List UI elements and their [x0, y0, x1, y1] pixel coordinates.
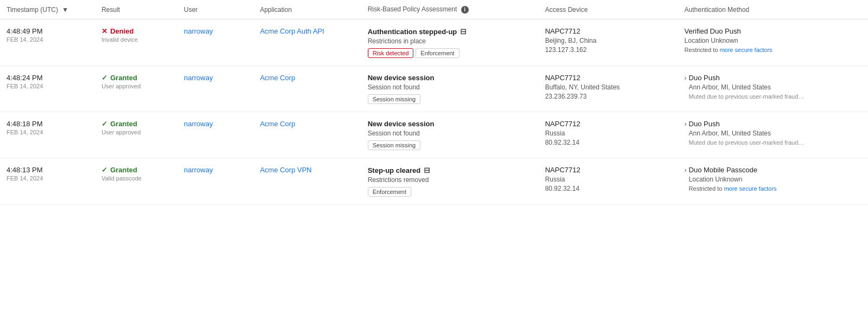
result-label: Granted: [110, 166, 137, 174]
device-location: Russia: [545, 130, 672, 137]
user-link[interactable]: narroway: [184, 120, 213, 128]
policy-info-icon[interactable]: i: [461, 6, 469, 14]
col-header-device: Access Device: [539, 0, 678, 20]
timestamp-date: FEB 14, 2024: [7, 129, 88, 135]
auth-restricted: Restricted to more secure factors: [685, 47, 773, 53]
cell-user: narroway: [177, 158, 253, 205]
cell-auth: › Duo Push Ann Arbor, MI, United States …: [678, 112, 868, 158]
policy-badge: Enforcement: [416, 48, 459, 58]
policy-sub: Restrictions in place: [368, 37, 532, 45]
policy-sub: Session not found: [368, 83, 532, 91]
denied-x-icon: ✕: [101, 27, 107, 35]
auth-method: › Duo Push Ann Arbor, MI, United States …: [685, 120, 861, 146]
application-link[interactable]: Acme Corp: [260, 74, 295, 82]
policy-title: New device session: [368, 74, 532, 82]
auth-note: Muted due to previous user-marked fraud…: [689, 139, 805, 146]
cell-result: ✓ Granted User approved: [95, 112, 177, 158]
result-label: Denied: [110, 27, 133, 35]
granted-check-icon: ✓: [101, 166, 107, 174]
result-sub: Invalid device: [101, 36, 171, 43]
policy-badges: Enforcement: [368, 184, 532, 197]
auth-name: Duo Mobile Passcode: [689, 166, 777, 174]
cell-device: NAPC7712 Beijing, BJ, China 123.127.3.16…: [539, 20, 678, 66]
table-row: 4:48:13 PM FEB 14, 2024 ✓ Granted Valid …: [0, 158, 868, 205]
cell-timestamp: 4:48:24 PM FEB 14, 2024: [0, 66, 95, 112]
cell-timestamp: 4:48:13 PM FEB 14, 2024: [0, 158, 95, 205]
col-header-auth: Authentication Method: [678, 0, 868, 20]
cell-result: ✕ Denied Invalid device: [95, 20, 177, 66]
policy-badge: Session missing: [368, 140, 420, 150]
cell-application: Acme Corp: [253, 66, 361, 112]
col-header-timestamp[interactable]: Timestamp (UTC) ▼: [0, 0, 95, 20]
cell-auth: › Duo Mobile Passcode Location Unknown R…: [678, 158, 868, 205]
timestamp-date: FEB 14, 2024: [7, 83, 88, 89]
auth-location: Location Unknown: [685, 37, 773, 44]
cell-application: Acme Corp: [253, 112, 361, 158]
auth-restricted: Restricted to more secure factors: [689, 185, 777, 192]
authentication-log-table: Timestamp (UTC) ▼ Result User Applicatio…: [0, 0, 868, 205]
auth-method: › Duo Push Ann Arbor, MI, United States …: [685, 74, 861, 100]
application-link[interactable]: Acme Corp: [260, 120, 295, 128]
device-name: NAPC7712: [545, 166, 672, 174]
application-link[interactable]: Acme Corp VPN: [260, 166, 311, 174]
cell-auth: Verified Duo Push Location Unknown Restr…: [678, 20, 868, 66]
result-sub: User approved: [101, 129, 171, 135]
cell-user: narroway: [177, 112, 253, 158]
auth-method: Verified Duo Push Location Unknown Restr…: [685, 27, 861, 53]
cell-application: Acme Corp Auth API: [253, 20, 361, 66]
user-link[interactable]: narroway: [184, 166, 213, 174]
device-name: NAPC7712: [545, 74, 672, 82]
device-location: Russia: [545, 176, 672, 183]
user-link[interactable]: narroway: [184, 27, 213, 35]
device-ip: 23.236.239.73: [545, 93, 672, 100]
user-link[interactable]: narroway: [184, 74, 213, 82]
monitor-icon: ⊟: [424, 166, 430, 174]
auth-note: Muted due to previous user-marked fraud…: [689, 93, 805, 100]
cell-user: narroway: [177, 66, 253, 112]
policy-badges: Session missing: [368, 91, 532, 104]
auth-chevron-icon: ›: [685, 166, 687, 174]
application-link[interactable]: Acme Corp Auth API: [260, 27, 324, 35]
policy-title: Step-up cleared ⊟: [368, 166, 532, 174]
auth-location: Ann Arbor, MI, United States: [689, 130, 805, 137]
table-row: 4:48:49 PM FEB 14, 2024 ✕ Denied Invalid…: [0, 20, 868, 66]
result-label: Granted: [110, 74, 137, 82]
auth-name: Duo Push: [689, 120, 805, 128]
granted-check-icon: ✓: [101, 120, 107, 128]
result-label: Granted: [110, 120, 137, 128]
policy-title: Authentication stepped-up ⊟: [368, 27, 532, 36]
cell-timestamp: 4:48:18 PM FEB 14, 2024: [0, 112, 95, 158]
cell-result: ✓ Granted Valid passcode: [95, 158, 177, 205]
timestamp-date: FEB 14, 2024: [7, 36, 88, 43]
sort-icon: ▼: [62, 6, 68, 14]
cell-user: narroway: [177, 20, 253, 66]
auth-name: Verified Duo Push: [685, 27, 773, 35]
result-sub: Valid passcode: [101, 175, 171, 182]
policy-badges: Session missing: [368, 137, 532, 150]
device-ip: 80.92.32.14: [545, 139, 672, 146]
cell-policy: Authentication stepped-up ⊟ Restrictions…: [361, 20, 539, 66]
auth-method: › Duo Mobile Passcode Location Unknown R…: [685, 166, 861, 192]
timestamp-time: 4:48:49 PM: [7, 27, 88, 35]
device-name: NAPC7712: [545, 120, 672, 128]
result-granted: ✓ Granted: [101, 120, 171, 128]
device-name: NAPC7712: [545, 27, 672, 35]
policy-badge: Enforcement: [368, 187, 411, 197]
monitor-icon: ⊟: [460, 27, 467, 36]
table-row: 4:48:24 PM FEB 14, 2024 ✓ Granted User a…: [0, 66, 868, 112]
auth-location: Location Unknown: [689, 176, 777, 183]
auth-name: Duo Push: [689, 74, 805, 82]
cell-device: NAPC7712 Buffalo, NY, United States 23.2…: [539, 66, 678, 112]
device-ip: 80.92.32.14: [545, 185, 672, 192]
policy-sub: Session not found: [368, 130, 532, 137]
result-sub: User approved: [101, 83, 171, 89]
result-granted: ✓ Granted: [101, 74, 171, 82]
col-header-application: Application: [253, 0, 361, 20]
auth-chevron-icon: ›: [685, 74, 687, 82]
col-header-user: User: [177, 0, 253, 20]
granted-check-icon: ✓: [101, 74, 107, 82]
result-granted: ✓ Granted: [101, 166, 171, 174]
more-secure-factors-link[interactable]: more secure factors: [724, 185, 776, 192]
cell-policy: New device session Session not found Ses…: [361, 66, 539, 112]
more-secure-factors-link[interactable]: more secure factors: [719, 47, 772, 53]
